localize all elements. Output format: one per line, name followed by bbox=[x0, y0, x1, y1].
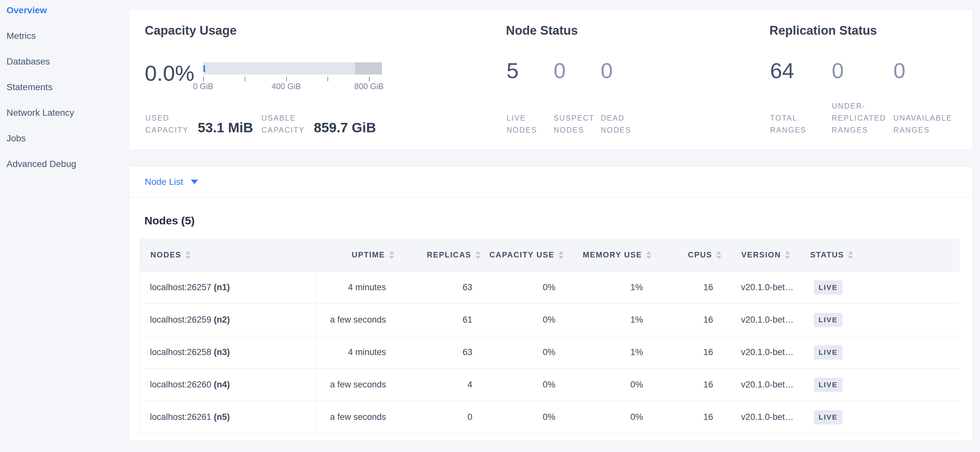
sidebar-item-network-latency[interactable]: Network Latency bbox=[0, 100, 129, 125]
replication-status-title: Replication Status bbox=[769, 24, 877, 38]
nodes-table-body: localhost:26257 (n1)4 minutes630%1%16v20… bbox=[140, 271, 959, 433]
stat-usable-capacity: USABLECAPACITY859.7 GiB bbox=[262, 112, 376, 136]
sidebar-item-statements[interactable]: Statements bbox=[0, 74, 129, 100]
table-row: localhost:26257 (n1)4 minutes630%1%16v20… bbox=[140, 271, 959, 304]
column-header-inner: MEMORY USE bbox=[569, 249, 656, 261]
column-header-inner: REPLICAS bbox=[399, 249, 485, 261]
column-header-label: NODES bbox=[151, 249, 181, 261]
stat-label-line: TOTAL bbox=[770, 112, 832, 124]
status-badge: LIVE bbox=[814, 378, 843, 392]
node-status-labels: LIVENODESSUSPECTNODESDEADNODES bbox=[507, 111, 648, 136]
cell-replicas: 63 bbox=[399, 336, 485, 369]
stat-value: 859.7 GiB bbox=[314, 120, 376, 136]
cell-uptime: 4 minutes bbox=[317, 336, 399, 369]
cell-uptime: 4 minutes bbox=[317, 271, 399, 304]
stat-label-line: USABLE bbox=[262, 112, 305, 124]
column-header-version[interactable]: VERSION bbox=[726, 239, 802, 271]
stat-used-capacity: USEDCAPACITY53.1 MiB bbox=[145, 112, 253, 136]
cell-capacity_use: 0% bbox=[485, 369, 568, 401]
table-row: localhost:26260 (n4)a few seconds40%0%16… bbox=[140, 369, 959, 401]
stat-label: USEDCAPACITY bbox=[145, 112, 189, 136]
column-header-capacity_use[interactable]: CAPACITY USE bbox=[485, 239, 568, 271]
cell-capacity_use: 0% bbox=[485, 401, 568, 433]
sort-icon bbox=[558, 251, 564, 259]
axis-tick-label: 400 GiB bbox=[272, 82, 301, 91]
cell-version: v20.1.0-bet… bbox=[726, 369, 802, 401]
sidebar-item-metrics[interactable]: Metrics bbox=[0, 23, 129, 49]
stat-label-line: REPLICATED bbox=[832, 112, 893, 124]
stat-label-line: USED bbox=[145, 112, 189, 124]
cell-capacity_use: 0% bbox=[485, 336, 568, 369]
capacity-bar-chart: 0 GiB400 GiB800 GiB bbox=[203, 62, 385, 92]
column-header-inner: CAPACITY USE bbox=[486, 249, 568, 261]
sidebar-item-overview[interactable]: Overview bbox=[0, 0, 129, 23]
sort-up-arrow bbox=[558, 251, 564, 254]
cell-nodes[interactable]: localhost:26261 (n5) bbox=[140, 401, 317, 433]
node-list-dropdown[interactable]: Node List bbox=[129, 167, 972, 197]
axis-tick bbox=[328, 77, 328, 81]
stat-label-line: NODES bbox=[601, 124, 648, 136]
cell-status: LIVE bbox=[802, 336, 959, 369]
stat-label-live-nodes: LIVENODES bbox=[507, 112, 554, 136]
node-status-title: Node Status bbox=[506, 24, 578, 38]
cell-status: LIVE bbox=[802, 304, 959, 336]
sort-icon bbox=[476, 251, 480, 259]
cell-version: v20.1.0-bet… bbox=[726, 401, 802, 433]
node-address[interactable]: localhost:26259 bbox=[150, 315, 211, 325]
cell-cpus: 16 bbox=[656, 304, 726, 336]
column-header-uptime[interactable]: UPTIME bbox=[317, 239, 399, 271]
node-address[interactable]: localhost:26261 bbox=[150, 412, 211, 422]
capacity-axis-labels: 0 GiB400 GiB800 GiB bbox=[203, 82, 385, 92]
cell-status: LIVE bbox=[802, 271, 959, 304]
chevron-down-icon bbox=[191, 180, 198, 184]
stat-label-line: NODES bbox=[554, 124, 601, 136]
node-list-dropdown-label[interactable]: Node List bbox=[145, 177, 183, 187]
column-header-cpus[interactable]: CPUS bbox=[656, 239, 726, 271]
cell-nodes[interactable]: localhost:26260 (n4) bbox=[140, 369, 317, 401]
stat-label-suspect-nodes: SUSPECTNODES bbox=[554, 112, 601, 136]
cell-cpus: 16 bbox=[656, 369, 726, 401]
column-header-inner: NODES bbox=[140, 249, 316, 261]
sidebar-item-databases[interactable]: Databases bbox=[0, 49, 129, 74]
node-id: (n5) bbox=[211, 412, 230, 422]
cell-memory_use: 1% bbox=[568, 336, 656, 369]
sort-up-arrow bbox=[716, 251, 721, 254]
stat-label-line: DEAD bbox=[601, 112, 648, 124]
cell-nodes[interactable]: localhost:26258 (n3) bbox=[140, 336, 317, 369]
column-header-inner: STATUS bbox=[802, 249, 959, 261]
cell-version: v20.1.0-bet… bbox=[726, 271, 802, 304]
node-id: (n2) bbox=[211, 315, 230, 325]
cell-memory_use: 1% bbox=[568, 304, 656, 336]
sort-up-arrow bbox=[389, 251, 394, 254]
cell-nodes[interactable]: localhost:26259 (n2) bbox=[140, 304, 317, 336]
sidebar-item-advanced-debug[interactable]: Advanced Debug bbox=[0, 151, 129, 177]
stat-label: USABLECAPACITY bbox=[262, 112, 305, 136]
stat-label-line: NODES bbox=[507, 124, 554, 136]
axis-tick-label: 0 GiB bbox=[193, 82, 213, 91]
sidebar-item-jobs[interactable]: Jobs bbox=[0, 125, 129, 151]
axis-tick-label: 800 GiB bbox=[354, 82, 383, 91]
column-header-status[interactable]: STATUS bbox=[802, 239, 959, 271]
cell-memory_use: 0% bbox=[568, 401, 656, 433]
node-address[interactable]: localhost:26257 bbox=[150, 282, 211, 292]
node-address[interactable]: localhost:26260 bbox=[150, 380, 211, 389]
stat-label-line: CAPACITY bbox=[145, 124, 189, 136]
column-header-inner: VERSION bbox=[727, 249, 802, 261]
nodes-table-header-row: NODESUPTIMEREPLICASCAPACITY USEMEMORY US… bbox=[140, 239, 959, 271]
cell-replicas: 61 bbox=[399, 304, 485, 336]
column-header-memory_use[interactable]: MEMORY USE bbox=[568, 239, 656, 271]
sort-down-arrow bbox=[389, 256, 394, 259]
node-address[interactable]: localhost:26258 bbox=[150, 347, 211, 357]
cell-uptime: a few seconds bbox=[317, 401, 399, 433]
column-header-replicas[interactable]: REPLICAS bbox=[399, 239, 485, 271]
stat-label-line: CAPACITY bbox=[262, 124, 305, 136]
column-header-label: UPTIME bbox=[352, 249, 385, 261]
column-header-nodes[interactable]: NODES bbox=[140, 239, 317, 271]
column-header-inner: CPUS bbox=[657, 249, 726, 261]
cell-nodes[interactable]: localhost:26257 (n1) bbox=[140, 271, 317, 304]
cell-memory_use: 1% bbox=[568, 271, 656, 304]
status-badge: LIVE bbox=[814, 281, 843, 295]
sort-icon bbox=[646, 251, 651, 259]
cell-uptime: a few seconds bbox=[317, 304, 399, 336]
node-status-section: Node Status 500 LIVENODESSUSPECTNODESDEA… bbox=[506, 10, 765, 150]
